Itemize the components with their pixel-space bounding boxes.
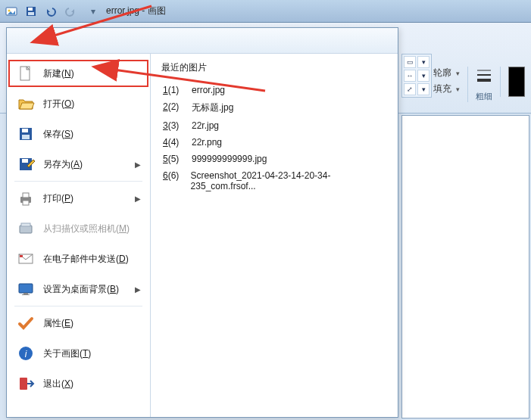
menu-item-label: 属性(E)	[43, 317, 73, 330]
recent-file-item[interactable]: 6(6)Screenshot_2021-04-23-14-20-34-235_c…	[161, 167, 387, 194]
svg-rect-11	[22, 135, 30, 139]
mail-icon	[16, 249, 36, 269]
recent-file-item[interactable]: 3(3)22r.jpg	[161, 117, 387, 134]
recent-filename: 999999999999.jpg	[192, 154, 267, 164]
recent-index: 5(5)	[163, 154, 184, 164]
recent-file-item[interactable]: 1(1)error.jpg	[161, 82, 387, 98]
menu-item-label: 另存为(A)	[43, 158, 83, 171]
chevron-right-icon: ▶	[135, 194, 141, 203]
chevron-down-icon[interactable]: ▾	[417, 83, 429, 95]
recent-index: 2(2)	[163, 101, 184, 114]
menu-item-label: 打开(O)	[43, 98, 74, 110]
recent-index: 4(4)	[163, 137, 184, 148]
menu-item-print[interactable]: 打印(P)▶	[7, 183, 150, 213]
menu-item-file-new[interactable]: 新建(N)	[7, 58, 150, 89]
svg-rect-22	[23, 293, 28, 294]
recent-file-item[interactable]: 4(4)22r.png	[161, 134, 387, 151]
clipboard-peek: ▭▾ ↔▾ ⤢▾	[401, 54, 432, 98]
scanner-icon	[16, 219, 36, 238]
menu-item-check[interactable]: 属性(E)	[7, 308, 150, 338]
print-icon	[16, 188, 36, 208]
mini-btn[interactable]: ▭	[404, 56, 416, 68]
color1-swatch	[508, 67, 525, 97]
recent-files-panel: 最近的图片 1(1)error.jpg2(2)无标题.jpg3(3)22r.jp…	[151, 54, 398, 417]
svg-text:i: i	[25, 349, 27, 359]
file-new-icon	[16, 64, 36, 83]
menu-item-label: 退出(X)	[43, 378, 73, 390]
menu-item-mail[interactable]: 在电子邮件中发送(D)	[7, 244, 150, 274]
menu-item-label: 新建(N)	[43, 67, 74, 80]
svg-rect-23	[22, 294, 30, 295]
thickness-icon	[476, 67, 492, 83]
qat-app-icon[interactable]	[3, 3, 20, 20]
recent-index: 3(3)	[163, 120, 184, 131]
chevron-down-icon[interactable]: ▾	[417, 56, 429, 68]
menu-item-scanner: 从扫描仪或照相机(M)	[7, 213, 150, 244]
mini-btn[interactable]: ⤢	[404, 83, 416, 95]
svg-rect-3	[28, 8, 33, 11]
menu-item-label: 保存(S)	[43, 128, 73, 141]
svg-rect-21	[19, 284, 33, 293]
recent-header: 最近的图片	[161, 61, 387, 74]
svg-rect-26	[20, 378, 27, 390]
desktop-icon	[16, 279, 36, 299]
recent-index: 1(1)	[163, 85, 184, 95]
menu-item-folder-open[interactable]: 打开(O)	[7, 89, 150, 119]
menu-item-label: 关于画图(T)	[43, 347, 91, 360]
color1-group[interactable]	[500, 67, 525, 97]
menu-item-info[interactable]: i关于画图(T)	[7, 338, 150, 369]
recent-filename: error.jpg	[192, 85, 225, 95]
file-menu-dropdown: 新建(N)打开(O)保存(S)另存为(A)▶打印(P)▶从扫描仪或照相机(M)在…	[6, 27, 398, 418]
save-icon	[16, 124, 36, 144]
svg-rect-18	[21, 223, 30, 226]
recent-filename: Screenshot_2021-04-23-14-20-34-235_com.f…	[191, 170, 386, 191]
chevron-right-icon: ▶	[135, 160, 141, 169]
exit-icon	[16, 374, 36, 394]
recent-filename: 22r.png	[192, 137, 222, 148]
menu-item-label: 设置为桌面背景(B)	[43, 283, 119, 296]
svg-rect-15	[23, 193, 29, 198]
menu-item-label: 打印(P)	[43, 192, 73, 205]
recent-file-item[interactable]: 5(5)999999999999.jpg	[161, 151, 387, 167]
svg-rect-4	[28, 12, 34, 15]
recent-filename: 无标题.jpg	[192, 101, 233, 114]
menu-item-label: 从扫描仪或照相机(M)	[43, 222, 130, 235]
svg-rect-10	[22, 129, 28, 132]
recent-filename: 22r.jpg	[192, 120, 219, 131]
mini-btn[interactable]: ↔	[404, 70, 416, 82]
qat-redo-icon[interactable]	[62, 3, 79, 20]
recent-file-item[interactable]: 2(2)无标题.jpg	[161, 98, 387, 117]
window-title: error.jpg - 画图	[106, 5, 166, 17]
menu-item-label: 在电子邮件中发送(D)	[43, 253, 129, 266]
canvas[interactable]	[401, 115, 529, 418]
chevron-down-icon[interactable]: ▾	[417, 70, 429, 82]
thickness-group[interactable]: 粗细	[467, 67, 492, 102]
save-as-icon	[16, 154, 36, 174]
svg-rect-13	[22, 159, 28, 163]
check-icon	[16, 313, 36, 333]
menu-item-save-as[interactable]: 另存为(A)▶	[7, 149, 150, 179]
svg-rect-20	[20, 255, 23, 257]
svg-rect-16	[23, 201, 29, 205]
qat-save-icon[interactable]	[23, 3, 39, 20]
chevron-right-icon: ▶	[135, 285, 141, 294]
title-bar: ▾ error.jpg - 画图	[0, 0, 531, 23]
file-menu-list: 新建(N)打开(O)保存(S)另存为(A)▶打印(P)▶从扫描仪或照相机(M)在…	[7, 54, 151, 417]
menu-item-save[interactable]: 保存(S)	[7, 119, 150, 149]
info-icon: i	[16, 344, 36, 363]
recent-index: 6(6)	[163, 170, 183, 191]
menu-item-exit[interactable]: 退出(X)	[7, 369, 150, 399]
qat-undo-icon[interactable]	[42, 3, 59, 20]
svg-point-1	[8, 9, 11, 11]
folder-open-icon	[16, 94, 36, 114]
menu-item-desktop[interactable]: 设置为桌面背景(B)▶	[7, 274, 150, 304]
